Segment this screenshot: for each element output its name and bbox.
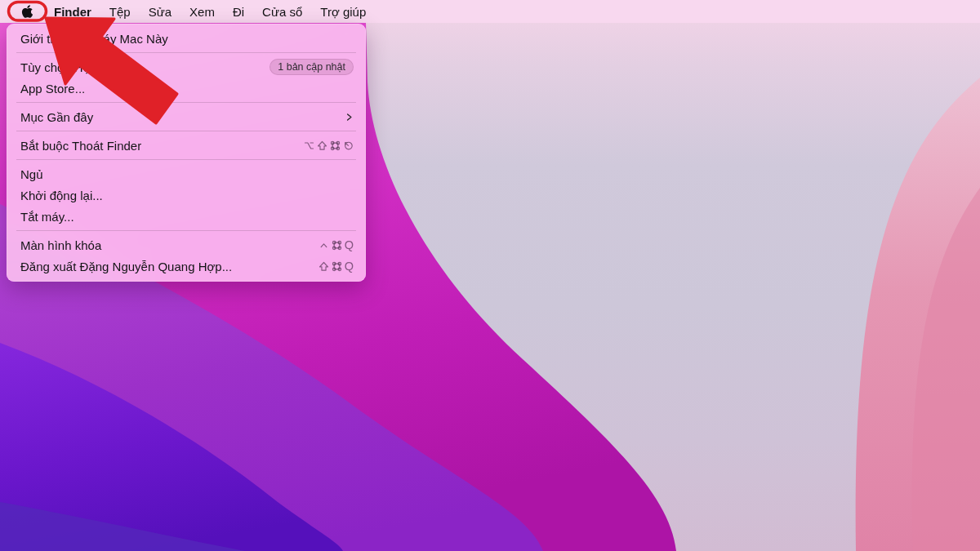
- menubar-item[interactable]: Đi: [224, 5, 253, 19]
- escape-icon: [343, 140, 354, 151]
- menu-item[interactable]: Mục Gần đây: [7, 106, 366, 127]
- command-icon: [332, 261, 342, 272]
- menu-item-shortcut: [304, 140, 354, 151]
- menu-item[interactable]: Giới thiệu về máy Mac Này: [7, 28, 366, 49]
- control-icon: [318, 240, 329, 251]
- menu-item-label: Ngủ: [20, 167, 43, 181]
- menu-item[interactable]: Khởi động lại...: [7, 184, 366, 206]
- menu-separator: [16, 159, 356, 160]
- menubar-item[interactable]: Cửa sổ: [253, 5, 311, 19]
- menubar-item-active-app[interactable]: Finder: [45, 5, 100, 19]
- menu-item-shortcut: Q: [318, 239, 354, 251]
- menu-item-label: App Store...: [20, 82, 85, 96]
- shift-icon: [317, 140, 327, 151]
- menu-separator: [16, 102, 356, 103]
- apple-icon: [21, 4, 33, 19]
- menu-item[interactable]: App Store...: [7, 78, 366, 99]
- apple-menu-button[interactable]: [10, 0, 45, 23]
- update-count-badge: 1 bản cập nhật: [270, 59, 354, 75]
- menu-item-label: Tùy chọn Hệ thống...: [20, 60, 134, 74]
- menubar: Finder TệpSửaXemĐiCửa sổTrợ giúp: [0, 0, 980, 23]
- chevron-right-icon: [345, 112, 354, 122]
- menubar-items: TệpSửaXemĐiCửa sổTrợ giúp: [100, 5, 375, 19]
- menubar-item[interactable]: Tệp: [100, 5, 140, 19]
- menu-item[interactable]: Tắt máy...: [7, 206, 366, 227]
- desktop: { "menu_bar": { "apple_menu_button": { "…: [0, 0, 980, 551]
- command-icon: [332, 240, 342, 251]
- menu-item-label: Khởi động lại...: [20, 189, 103, 202]
- menu-separator: [16, 230, 356, 231]
- menu-item-label: Bắt buộc Thoát Finder: [20, 139, 141, 153]
- menu-item-shortcut: Q: [318, 260, 354, 273]
- apple-menu: Giới thiệu về máy Mac NàyTùy chọn Hệ thố…: [7, 24, 366, 282]
- menu-item-label: Tắt máy...: [20, 210, 74, 224]
- menu-item-label: Đăng xuất Đặng Nguyễn Quang Hợp...: [20, 260, 232, 273]
- menubar-item[interactable]: Sửa: [140, 5, 180, 19]
- command-icon: [330, 140, 341, 151]
- menu-item[interactable]: Đăng xuất Đặng Nguyễn Quang Hợp...Q: [7, 256, 366, 277]
- menu-item-label: Màn hình khóa: [20, 238, 101, 252]
- menu-item-label: Giới thiệu về máy Mac Này: [20, 32, 168, 46]
- menubar-item[interactable]: Xem: [180, 5, 224, 19]
- menu-separator: [16, 52, 356, 53]
- shift-icon: [318, 261, 329, 272]
- shortcut-key-letter: Q: [345, 239, 354, 251]
- menubar-item[interactable]: Trợ giúp: [311, 5, 375, 19]
- menu-separator: [16, 131, 356, 131]
- apple-menu-list: Giới thiệu về máy Mac NàyTùy chọn Hệ thố…: [7, 28, 366, 277]
- option-icon: [304, 140, 314, 151]
- menu-item-label: Mục Gần đây: [20, 110, 93, 124]
- shortcut-key-letter: Q: [345, 260, 354, 273]
- menu-item[interactable]: Màn hình khóaQ: [7, 234, 366, 256]
- menu-item[interactable]: Bắt buộc Thoát Finder: [7, 135, 366, 156]
- menu-item[interactable]: Ngủ: [7, 163, 366, 184]
- menu-item[interactable]: Tùy chọn Hệ thống...1 bản cập nhật: [7, 56, 366, 78]
